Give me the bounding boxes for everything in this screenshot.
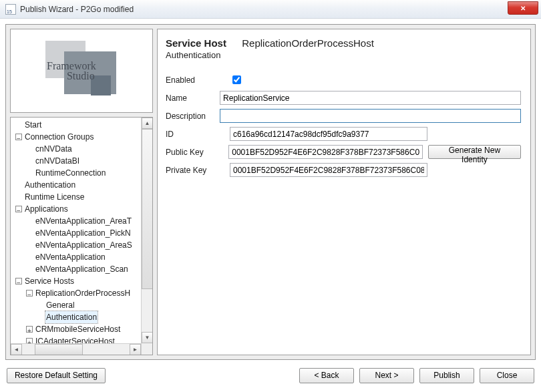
back-button[interactable]: < Back [299,368,354,383]
tree-label: RuntimeConnection [35,167,106,179]
titlebar: Publish Wizard - P2Go modified ✕ [0,0,541,19]
tree-item-runtime-license[interactable]: Runtime License [13,191,152,203]
section-subheading: Authentication [166,50,521,60]
tree-item-authentication[interactable]: Authentication [13,179,152,191]
tree-item-app[interactable]: eNVentaApplication_Scan [13,263,152,275]
tree-label: eNVentaApplication [35,251,106,263]
tree-label: Start [24,119,42,131]
tree-view[interactable]: Start Connection Groups cnNVData cnNVDat… [10,117,153,355]
privatekey-input[interactable] [230,163,427,177]
close-button[interactable]: Close [480,368,534,383]
tree-item-auth[interactable]: Authentication [13,311,152,323]
expander-icon[interactable] [13,131,24,143]
publish-button[interactable]: Publish [419,368,474,383]
publickey-label: Public Key [166,148,228,157]
tree-item-cnnvdatabi[interactable]: cnNVDataBI [13,155,152,167]
scroll-right-icon[interactable]: ► [130,344,141,355]
enabled-label: Enabled [166,75,230,85]
tree-item-crm[interactable]: CRMmobileServiceHost [13,323,152,335]
enabled-checkbox[interactable] [232,75,241,84]
tree-item-connection-groups[interactable]: Connection Groups [13,131,152,143]
logo-box: Framework Studio [10,29,153,113]
tree-label: eNVentaApplication_AreaT [35,215,132,227]
tree-label: eNVentaApplication_PickN [35,227,132,239]
tree-item-app[interactable]: eNVentaApplication_AreaS [13,239,152,251]
window-title: Publish Wizard - P2Go modified [20,5,134,14]
close-icon: ✕ [520,5,526,12]
scroll-thumb[interactable] [142,129,153,289]
logo: Framework Studio [35,41,128,101]
tree-label: eNVentaApplication_Scan [35,263,129,275]
tree-item-app[interactable]: eNVentaApplication [13,251,152,263]
tree-item-app[interactable]: eNVentaApplication_AreaT [13,215,152,227]
button-bar: Restore Default Setting < Back Next > Pu… [5,364,536,387]
name-label: Name [166,93,220,103]
expander-icon[interactable] [24,287,35,299]
tree-item-applications[interactable]: Applications [13,203,152,215]
tree-label: eNVentaApplication_AreaS [35,239,133,251]
expander-icon[interactable] [13,203,24,215]
expander-icon[interactable] [24,323,35,335]
tree-label: Connection Groups [24,131,94,143]
tree-label: Service Hosts [24,275,75,287]
name-input[interactable] [220,91,521,105]
tree-label: CRMmobileServiceHost [35,323,121,335]
generate-identity-button[interactable]: Generate New Identity [428,145,521,159]
tree-label: Runtime License [24,191,85,203]
tree-label: Authentication [24,179,76,191]
scroll-down-icon[interactable]: ▼ [142,332,153,343]
tree-label: General [45,299,75,311]
restore-default-button[interactable]: Restore Default Setting [7,368,106,383]
tree-item-runtimeconnection[interactable]: RuntimeConnection [13,167,152,179]
tree-item-general[interactable]: General [13,299,152,311]
privatekey-label: Private Key [166,166,230,175]
tree-label: Applications [24,203,69,215]
tree-label: ReplicationOrderProcessH [35,287,131,299]
tree-item-start[interactable]: Start [13,119,152,131]
section-heading: Service Host [166,37,226,49]
tree-item-app[interactable]: eNVentaApplication_PickN [13,227,152,239]
detail-panel: Service Host ReplicationOrderProcessHost… [157,29,531,355]
tree-label: cnNVDataBI [35,155,80,167]
scroll-thumb[interactable] [35,344,83,355]
tree-horizontal-scrollbar[interactable]: ◄ ► [11,343,152,355]
tree-vertical-scrollbar[interactable]: ▲ ▼ [141,118,152,343]
host-name: ReplicationOrderProcessHost [242,37,374,49]
description-label: Description [166,112,220,121]
expander-icon[interactable] [13,275,24,287]
tree-item-service-hosts[interactable]: Service Hosts [13,275,152,287]
id-label: ID [166,130,230,139]
scroll-up-icon[interactable]: ▲ [142,118,153,129]
scroll-left-icon[interactable]: ◄ [11,344,22,355]
logo-text-2: Studio [47,71,96,81]
tree-label: Authentication [45,311,98,323]
tree-item-cnnvdata[interactable]: cnNVData [13,143,152,155]
publickey-input[interactable] [228,145,423,159]
tree-label: cnNVData [35,143,73,155]
next-button[interactable]: Next > [359,368,414,383]
id-input[interactable] [230,127,427,141]
tree-item-roph[interactable]: ReplicationOrderProcessH [13,287,152,299]
app-icon [5,4,16,15]
close-window-button[interactable]: ✕ [508,1,538,15]
description-input[interactable] [220,109,521,123]
